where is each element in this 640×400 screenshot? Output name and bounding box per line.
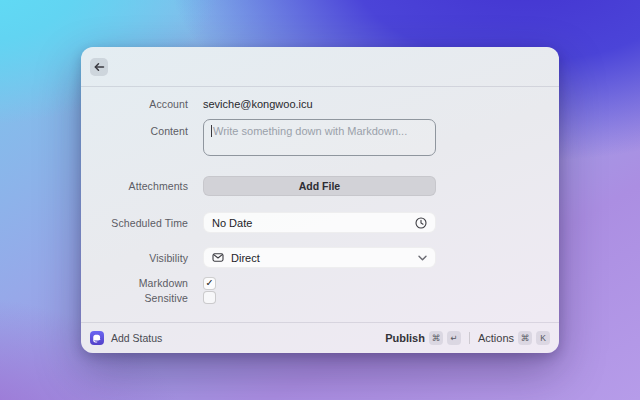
text-cursor [211,125,212,137]
sensitive-row: Sensitive [81,291,559,305]
back-button[interactable] [90,58,108,76]
content-placeholder: Write something down with Markdown... [213,125,407,137]
window-header [81,47,559,87]
cmd-keycap: ⌘ [518,331,532,345]
markdown-row: Markdown ✓ [81,276,559,290]
visibility-value: Direct [231,252,418,264]
visibility-label: Visibility [81,252,188,264]
chevron-down-icon [418,255,427,261]
arrow-left-icon [94,62,105,72]
scheduled-time-row: Scheduled Time No Date [81,212,559,233]
check-icon: ✓ [206,278,214,288]
scheduled-time-label: Scheduled Time [81,217,188,229]
markdown-checkbox[interactable]: ✓ [203,277,216,290]
content-label: Content [81,119,188,137]
actions-button[interactable]: Actions ⌘ K [478,331,550,345]
mastodon-icon [90,331,104,345]
sensitive-checkbox[interactable] [203,291,216,304]
clock-icon [415,217,427,229]
cmd-keycap: ⌘ [429,331,443,345]
footer-actions: Publish ⌘ ↵ Actions ⌘ K [385,331,550,345]
sensitive-label: Sensitive [81,292,188,304]
command-name: Add Status [111,332,162,344]
account-row: Account seviche@kongwoo.icu [81,96,559,112]
desktop-background: Account seviche@kongwoo.icu Content Writ… [0,0,640,400]
account-value: seviche@kongwoo.icu [203,98,436,110]
status-form: Account seviche@kongwoo.icu Content Writ… [81,88,559,322]
footer-divider [469,332,470,344]
markdown-label: Markdown [81,277,188,289]
envelope-icon [212,252,224,263]
visibility-row: Visibility Direct [81,247,559,268]
k-keycap: K [536,331,550,345]
attachments-label: Attechments [81,180,188,192]
scheduled-time-value: No Date [212,217,415,229]
publish-button[interactable]: Publish ⌘ ↵ [385,331,461,345]
account-label: Account [81,98,188,110]
actions-label: Actions [478,332,514,344]
add-file-button[interactable]: Add File [203,176,436,196]
attachments-row: Attechments Add File [81,176,559,196]
content-input[interactable]: Write something down with Markdown... [203,119,436,156]
window-footer: Add Status Publish ⌘ ↵ Actions ⌘ K [81,322,559,353]
visibility-dropdown[interactable]: Direct [203,247,436,268]
enter-keycap: ↵ [447,331,461,345]
content-row: Content Write something down with Markdo… [81,119,559,156]
scheduled-time-picker[interactable]: No Date [203,212,436,233]
raycast-window: Account seviche@kongwoo.icu Content Writ… [81,47,559,353]
publish-label: Publish [385,332,425,344]
